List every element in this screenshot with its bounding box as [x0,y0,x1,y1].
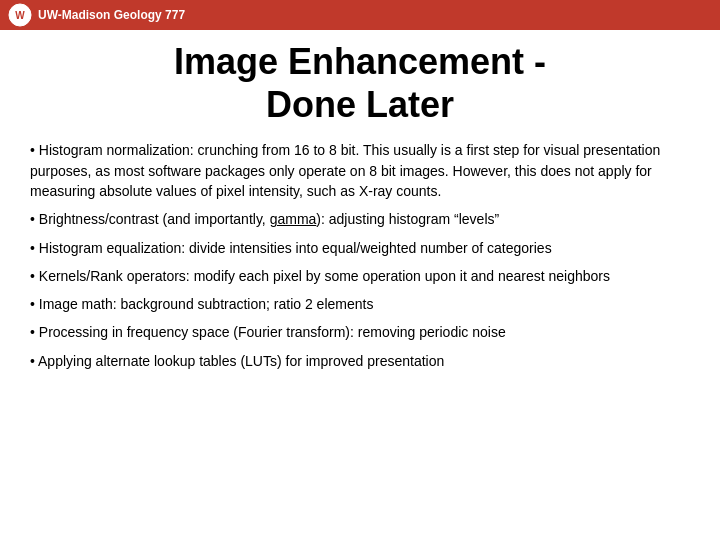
bullet-3: • Histogram equalization: divide intensi… [30,238,690,258]
header-bar: W UW-Madison Geology 777 [0,0,720,30]
bullet-4: • Kernels/Rank operators: modify each pi… [30,266,690,286]
bullet-5: • Image math: background subtraction; ra… [30,294,690,314]
main-content: Image Enhancement - Done Later • Histogr… [0,30,720,389]
bullet-2: • Brightness/contrast (and importantly, … [30,209,690,229]
bullet-1: • Histogram normalization: crunching fro… [30,140,690,201]
gamma-text: gamma [270,211,317,227]
page-title: Image Enhancement - Done Later [30,40,690,126]
svg-text:W: W [15,10,25,21]
bullet-7: • Applying alternate lookup tables (LUTs… [30,351,690,371]
uw-logo-icon: W [8,3,32,27]
bullet-6: • Processing in frequency space (Fourier… [30,322,690,342]
header-label: UW-Madison Geology 777 [38,8,185,22]
